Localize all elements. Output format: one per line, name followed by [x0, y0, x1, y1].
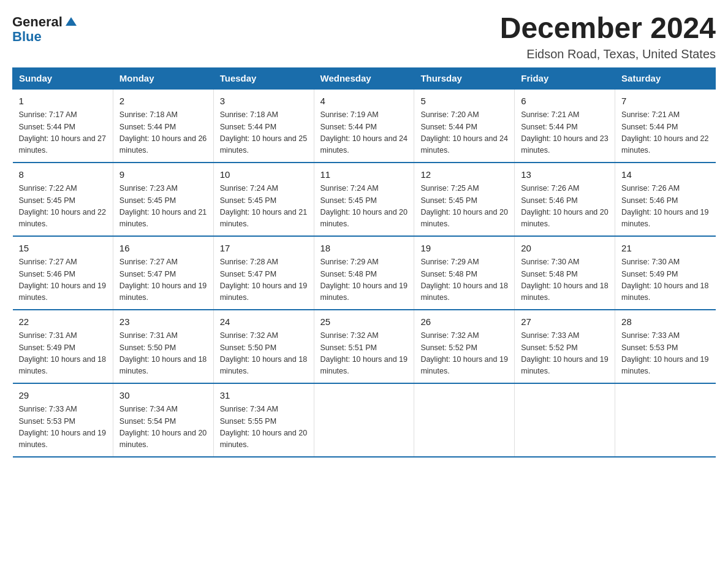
day-info: Sunrise: 7:32 AMSunset: 5:52 PMDaylight:… — [420, 330, 508, 378]
day-cell — [314, 383, 414, 457]
title-block: December 2024 Eidson Road, Texas, United… — [500, 12, 716, 61]
day-number: 18 — [320, 242, 408, 256]
day-number: 14 — [621, 168, 709, 182]
day-cell: 9Sunrise: 7:23 AMSunset: 5:45 PMDaylight… — [113, 163, 213, 236]
day-cell: 24Sunrise: 7:32 AMSunset: 5:50 PMDayligh… — [213, 310, 314, 383]
day-number: 31 — [220, 389, 308, 403]
day-number: 24 — [220, 315, 308, 329]
day-info: Sunrise: 7:18 AMSunset: 5:44 PMDaylight:… — [220, 109, 308, 157]
day-cell — [615, 383, 716, 457]
day-number: 27 — [521, 315, 609, 329]
day-cell: 18Sunrise: 7:29 AMSunset: 5:48 PMDayligh… — [314, 236, 414, 310]
day-cell: 26Sunrise: 7:32 AMSunset: 5:52 PMDayligh… — [414, 310, 515, 383]
day-cell: 28Sunrise: 7:33 AMSunset: 5:53 PMDayligh… — [615, 310, 716, 383]
day-cell: 13Sunrise: 7:26 AMSunset: 5:46 PMDayligh… — [515, 163, 615, 236]
day-info: Sunrise: 7:28 AMSunset: 5:47 PMDaylight:… — [220, 256, 308, 304]
day-info: Sunrise: 7:33 AMSunset: 5:53 PMDaylight:… — [621, 330, 709, 378]
calendar-title: December 2024 — [500, 12, 716, 45]
svg-marker-0 — [66, 17, 77, 26]
day-number: 11 — [320, 168, 408, 182]
day-cell: 6Sunrise: 7:21 AMSunset: 5:44 PMDaylight… — [515, 89, 615, 163]
logo: General Blue — [12, 12, 78, 44]
header-cell-saturday: Saturday — [615, 67, 716, 89]
day-info: Sunrise: 7:32 AMSunset: 5:51 PMDaylight:… — [320, 330, 408, 378]
day-cell: 21Sunrise: 7:30 AMSunset: 5:49 PMDayligh… — [615, 236, 716, 310]
day-cell: 29Sunrise: 7:33 AMSunset: 5:53 PMDayligh… — [13, 383, 113, 457]
day-cell: 5Sunrise: 7:20 AMSunset: 5:44 PMDaylight… — [414, 89, 515, 163]
header-row: SundayMondayTuesdayWednesdayThursdayFrid… — [13, 67, 716, 89]
calendar-subtitle: Eidson Road, Texas, United States — [500, 47, 716, 61]
day-cell: 23Sunrise: 7:31 AMSunset: 5:50 PMDayligh… — [113, 310, 213, 383]
day-cell: 30Sunrise: 7:34 AMSunset: 5:54 PMDayligh… — [113, 383, 213, 457]
day-number: 7 — [621, 94, 709, 109]
day-info: Sunrise: 7:18 AMSunset: 5:44 PMDaylight:… — [119, 109, 207, 157]
day-info: Sunrise: 7:27 AMSunset: 5:46 PMDaylight:… — [19, 256, 107, 304]
day-cell: 2Sunrise: 7:18 AMSunset: 5:44 PMDaylight… — [113, 89, 213, 163]
day-number: 16 — [119, 242, 207, 256]
day-info: Sunrise: 7:21 AMSunset: 5:44 PMDaylight:… — [521, 109, 609, 157]
page-header: General Blue December 2024 Eidson Road, … — [12, 12, 716, 61]
day-number: 2 — [119, 94, 207, 109]
day-info: Sunrise: 7:26 AMSunset: 5:46 PMDaylight:… — [521, 183, 609, 231]
day-info: Sunrise: 7:29 AMSunset: 5:48 PMDaylight:… — [420, 256, 508, 304]
day-info: Sunrise: 7:31 AMSunset: 5:50 PMDaylight:… — [119, 330, 207, 378]
day-info: Sunrise: 7:23 AMSunset: 5:45 PMDaylight:… — [119, 183, 207, 231]
header-cell-monday: Monday — [113, 67, 213, 89]
day-number: 15 — [19, 242, 107, 256]
day-info: Sunrise: 7:26 AMSunset: 5:46 PMDaylight:… — [621, 183, 709, 231]
day-number: 5 — [420, 94, 508, 109]
day-number: 1 — [19, 94, 107, 109]
day-info: Sunrise: 7:19 AMSunset: 5:44 PMDaylight:… — [320, 109, 408, 157]
day-number: 3 — [220, 94, 308, 109]
day-number: 10 — [220, 168, 308, 182]
day-info: Sunrise: 7:25 AMSunset: 5:45 PMDaylight:… — [420, 183, 508, 231]
logo-text-general: General — [12, 15, 63, 29]
day-cell: 20Sunrise: 7:30 AMSunset: 5:48 PMDayligh… — [515, 236, 615, 310]
day-info: Sunrise: 7:33 AMSunset: 5:52 PMDaylight:… — [521, 330, 609, 378]
header-cell-tuesday: Tuesday — [213, 67, 314, 89]
day-cell: 15Sunrise: 7:27 AMSunset: 5:46 PMDayligh… — [13, 236, 113, 310]
day-number: 4 — [320, 94, 408, 109]
day-cell: 11Sunrise: 7:24 AMSunset: 5:45 PMDayligh… — [314, 163, 414, 236]
day-number: 6 — [521, 94, 609, 109]
day-cell: 19Sunrise: 7:29 AMSunset: 5:48 PMDayligh… — [414, 236, 515, 310]
day-cell: 14Sunrise: 7:26 AMSunset: 5:46 PMDayligh… — [615, 163, 716, 236]
day-info: Sunrise: 7:34 AMSunset: 5:54 PMDaylight:… — [119, 404, 207, 451]
day-info: Sunrise: 7:30 AMSunset: 5:49 PMDaylight:… — [621, 256, 709, 304]
day-cell: 7Sunrise: 7:21 AMSunset: 5:44 PMDaylight… — [615, 89, 716, 163]
day-cell: 4Sunrise: 7:19 AMSunset: 5:44 PMDaylight… — [314, 89, 414, 163]
day-number: 23 — [119, 315, 207, 329]
day-info: Sunrise: 7:32 AMSunset: 5:50 PMDaylight:… — [220, 330, 308, 378]
day-info: Sunrise: 7:21 AMSunset: 5:44 PMDaylight:… — [621, 109, 709, 157]
day-number: 19 — [420, 242, 508, 256]
day-cell: 8Sunrise: 7:22 AMSunset: 5:45 PMDaylight… — [13, 163, 113, 236]
day-cell: 17Sunrise: 7:28 AMSunset: 5:47 PMDayligh… — [213, 236, 314, 310]
day-cell — [515, 383, 615, 457]
day-cell: 22Sunrise: 7:31 AMSunset: 5:49 PMDayligh… — [13, 310, 113, 383]
day-number: 22 — [19, 315, 107, 329]
day-cell — [414, 383, 515, 457]
day-cell: 31Sunrise: 7:34 AMSunset: 5:55 PMDayligh… — [213, 383, 314, 457]
day-cell: 25Sunrise: 7:32 AMSunset: 5:51 PMDayligh… — [314, 310, 414, 383]
day-cell: 16Sunrise: 7:27 AMSunset: 5:47 PMDayligh… — [113, 236, 213, 310]
day-number: 12 — [420, 168, 508, 182]
day-cell: 1Sunrise: 7:17 AMSunset: 5:44 PMDaylight… — [13, 89, 113, 163]
day-number: 17 — [220, 242, 308, 256]
day-cell: 12Sunrise: 7:25 AMSunset: 5:45 PMDayligh… — [414, 163, 515, 236]
day-info: Sunrise: 7:24 AMSunset: 5:45 PMDaylight:… — [320, 183, 408, 231]
day-info: Sunrise: 7:20 AMSunset: 5:44 PMDaylight:… — [420, 109, 508, 157]
day-number: 9 — [119, 168, 207, 182]
day-number: 26 — [420, 315, 508, 329]
logo-text-blue: Blue — [12, 29, 42, 44]
week-row-5: 29Sunrise: 7:33 AMSunset: 5:53 PMDayligh… — [13, 383, 716, 457]
day-cell: 10Sunrise: 7:24 AMSunset: 5:45 PMDayligh… — [213, 163, 314, 236]
day-number: 28 — [621, 315, 709, 329]
day-cell: 3Sunrise: 7:18 AMSunset: 5:44 PMDaylight… — [213, 89, 314, 163]
week-row-2: 8Sunrise: 7:22 AMSunset: 5:45 PMDaylight… — [13, 163, 716, 236]
day-info: Sunrise: 7:34 AMSunset: 5:55 PMDaylight:… — [220, 404, 308, 451]
day-info: Sunrise: 7:31 AMSunset: 5:49 PMDaylight:… — [19, 330, 107, 378]
header-cell-thursday: Thursday — [414, 67, 515, 89]
day-number: 30 — [119, 389, 207, 403]
day-number: 29 — [19, 389, 107, 403]
header-cell-wednesday: Wednesday — [314, 67, 414, 89]
